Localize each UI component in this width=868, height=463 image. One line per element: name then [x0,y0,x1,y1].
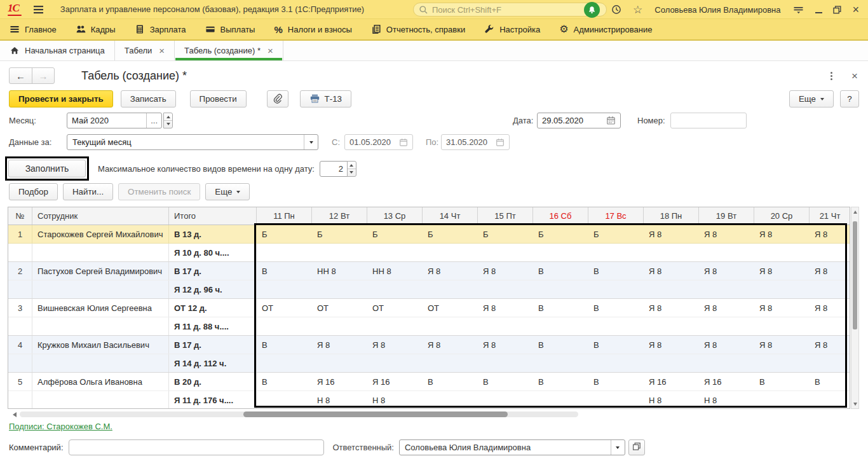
number-input[interactable] [670,113,747,128]
day-cell[interactable] [257,354,312,372]
total-cell[interactable]: Я 11 д. 176 ч.... [169,391,257,409]
day-cell[interactable]: В [257,262,312,280]
find-button[interactable]: Найти... [63,183,113,200]
total-cell[interactable]: Я 14 д. 112 ч. [169,354,257,372]
calendar-icon[interactable] [606,116,616,125]
total-cell[interactable]: В 17 д. [169,262,257,280]
day-cell[interactable]: Н 8 [312,391,367,409]
signatures-link[interactable]: Подписи: Старокожев С.М. [9,422,112,431]
total-cell[interactable]: ОТ 12 д. [169,299,257,317]
post-button[interactable]: Провести [190,90,247,107]
day-cell[interactable]: Я 16 [312,373,367,390]
period-to-field[interactable]: 31.05.2020 [441,134,510,150]
service-menu-icon[interactable] [792,4,804,15]
day-cell[interactable]: ОТ [367,299,423,317]
day-cell[interactable] [754,317,810,335]
day-cell[interactable] [588,317,644,335]
menu-item-administration[interactable]: ⚙Администрирование [550,19,661,39]
day-cell[interactable] [699,244,754,261]
menu-item-reports[interactable]: Отчетность, справки [362,19,475,39]
day-cell[interactable]: В [588,299,644,317]
day-cell[interactable] [257,317,312,335]
day-cell[interactable]: Я 8 [810,336,850,354]
day-cell[interactable] [588,280,644,298]
day-cell[interactable]: Б [588,225,644,243]
total-cell[interactable]: В 13 д. [169,225,257,243]
more-dots-icon[interactable] [831,72,832,80]
day-cell[interactable] [754,391,810,409]
total-cell[interactable]: Я 11 д. 88 ч.... [169,317,257,335]
responsible-combo[interactable]: Соловьева Юлия Владимировна [399,439,625,455]
day-cell[interactable] [312,354,367,372]
day-cell[interactable]: Я 8 [810,225,850,243]
combo-arrow-icon[interactable] [304,135,318,149]
day-cell[interactable]: Б [312,225,367,243]
day-cell[interactable]: Я 8 [644,299,699,317]
day-cell[interactable]: В [478,373,533,390]
day-cell[interactable]: Я 8 [644,225,699,243]
day-cell[interactable]: Я 8 [699,262,754,280]
employee-name-cell[interactable]: Кружков Михаил Васильевич [32,336,169,354]
day-cell[interactable] [367,317,423,335]
day-cell[interactable]: В [423,373,478,390]
employee-name-cell[interactable]: Старокожев Сергей Михайлович [32,225,169,243]
fill-button[interactable]: Заполнить [8,160,86,177]
global-search[interactable] [413,3,607,17]
day-cell[interactable] [588,354,644,372]
save-button[interactable]: Записать [121,90,176,107]
employee-row[interactable]: 5Алфёрова Ольга ИвановнаВ 20 д.ВЯ 16Я 16… [8,373,850,391]
scroll-left-icon[interactable] [10,412,17,417]
day-cell[interactable] [367,280,423,298]
day-cell[interactable] [810,391,850,409]
day-cell[interactable]: Я 8 [754,262,810,280]
day-cell[interactable]: Я 8 [810,262,850,280]
combo-arrow-icon[interactable] [611,440,625,455]
menu-item-taxes[interactable]: %Налоги и взносы [264,19,361,39]
day-cell[interactable] [533,280,588,298]
day-cell[interactable] [644,280,699,298]
day-cell[interactable]: Я 8 [754,225,810,243]
day-cell[interactable] [312,244,367,261]
main-menu-icon[interactable] [33,5,44,14]
day-cell[interactable] [312,317,367,335]
scroll-down-icon[interactable] [851,399,858,408]
day-cell[interactable]: В [588,336,644,354]
day-cell[interactable]: Н 8 [644,391,699,409]
forward-arrow-icon[interactable]: → [32,68,54,83]
employee-row-line2[interactable]: Я 14 д. 112 ч. [8,354,850,373]
day-cell[interactable] [423,317,478,335]
month-field[interactable]: Май 2020 ... [67,113,162,128]
day-cell[interactable] [423,391,478,409]
month-select-button[interactable]: ... [146,113,161,128]
restore-button[interactable] [833,6,841,14]
employee-row[interactable]: 3Вишневская Юлия СергеевнаОТ 12 д.ОТОТОТ… [8,299,850,317]
day-cell[interactable] [699,354,754,372]
more-button-table[interactable]: Еще [205,183,250,200]
day-cell[interactable]: Б [257,225,312,243]
day-cell[interactable]: НН 8 [367,262,423,280]
day-cell[interactable]: Б [423,225,478,243]
day-cell[interactable]: Я 8 [478,336,533,354]
tab-tabeli[interactable]: Табели× [115,41,175,60]
comment-input[interactable] [69,439,324,455]
day-cell[interactable]: В [588,373,644,390]
day-cell[interactable]: В [533,336,588,354]
employee-row[interactable]: 2Пастухов Сергей ВладимировичВ 17 д.ВНН … [8,262,850,280]
day-cell[interactable] [699,317,754,335]
employee-name-cell[interactable]: Алфёрова Ольга Ивановна [32,373,169,390]
tab-close-icon[interactable]: × [268,46,273,55]
day-cell[interactable] [754,354,810,372]
employee-name-cell[interactable]: Пастухов Сергей Владимирович [32,262,169,280]
day-cell[interactable] [423,354,478,372]
close-button[interactable]: × [852,4,859,15]
day-cell[interactable] [699,280,754,298]
total-cell[interactable]: В 17 д. [169,336,257,354]
tab-close-icon[interactable]: × [159,46,165,55]
day-cell[interactable]: В [257,373,312,390]
day-cell[interactable]: В [257,336,312,354]
employee-row[interactable]: 4Кружков Михаил ВасильевичВ 17 д.ВЯ 8Я 8… [8,336,850,354]
total-cell[interactable]: В 20 д. [169,373,257,390]
more-button-top[interactable]: Еще [789,90,834,107]
day-cell[interactable]: Я 8 [699,299,754,317]
back-arrow-icon[interactable]: ← [10,68,32,83]
